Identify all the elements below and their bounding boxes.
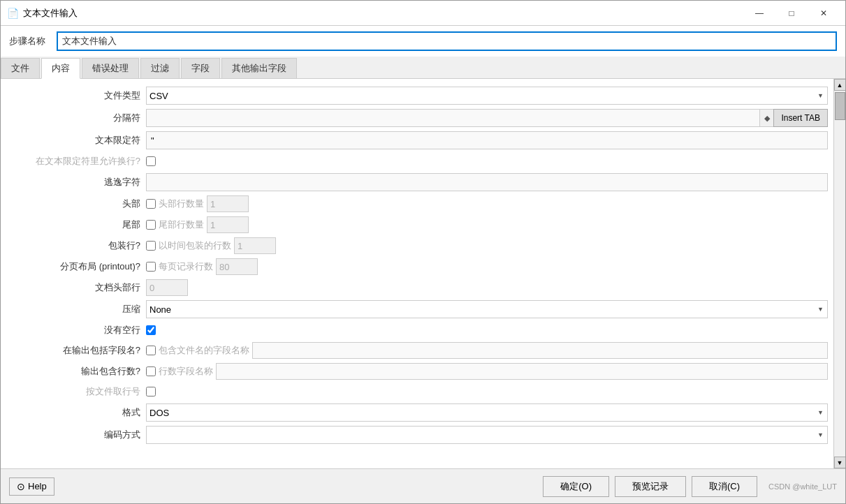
wrap-rows-row: 包装行? 以时间包装的行数 [1,235,833,256]
text-qualifier-input[interactable] [146,131,828,149]
wrap-rows-sublabel: 以时间包装的行数 [159,239,231,252]
include-rownum-checkbox[interactable] [146,366,156,376]
help-button[interactable]: ⊙ Help [9,477,54,496]
insert-tab-button[interactable]: Insert TAB [773,109,828,127]
file-type-row: 文件类型 CSV Fixed Custom [1,84,833,107]
form-panel: 文件类型 CSV Fixed Custom 分隔符 [1,79,833,468]
separator-diamond-icon: ◆ [759,109,773,127]
separator-label: 分隔符 [6,112,146,124]
include-rownum-row: 输出包含行数? 行数字段名称 [1,361,833,382]
tab-content[interactable]: 内容 [41,58,80,79]
footer-row: 尾部 尾部行数量 [1,214,833,235]
doc-header-control [146,279,828,296]
compression-select[interactable]: None GZip Zip [146,300,828,318]
include-rownum-input[interactable] [216,363,828,380]
encoding-select[interactable]: UTF-8 UTF-16 GBK [146,426,828,444]
footer-count-input[interactable] [207,216,249,233]
include-rownum-sublabel: 行数字段名称 [159,365,213,378]
text-qualifier-row: 文本限定符 [1,129,833,151]
tab-file[interactable]: 文件 [1,58,40,78]
header-row: 头部 头部行数量 [1,193,833,214]
help-circle-icon: ⊙ [17,481,25,492]
close-button[interactable]: ✕ [808,3,840,23]
doc-header-row: 文档头部行 [1,277,833,298]
separator-row: 分隔符 ◆ Insert TAB [1,107,833,129]
format-row: 格式 DOS Unix Mixed CR/LF [1,401,833,424]
include-fieldname-sublabel: 包含文件名的字段名称 [159,344,249,357]
scroll-up-button[interactable]: ▲ [834,79,846,91]
footer-checkbox[interactable] [146,220,156,230]
scroll-thumb[interactable] [835,92,845,120]
file-type-select[interactable]: CSV Fixed Custom [146,87,828,105]
file-type-control: CSV Fixed Custom [146,87,828,105]
pagination-sublabel: 每页记录行数 [159,260,213,273]
pagination-row: 分页布局 (printout)? 每页记录行数 [1,256,833,277]
help-label: Help [28,481,47,491]
header-control: 头部行数量 [146,195,828,212]
include-fieldname-input[interactable] [252,342,828,359]
tabs-bar: 文件 内容 错误处理 过滤 字段 其他输出字段 [1,57,845,79]
format-control: DOS Unix Mixed CR/LF [146,403,828,422]
tab-fields[interactable]: 字段 [181,58,220,78]
escape-char-control [146,173,828,191]
row-num-by-file-checkbox[interactable] [146,387,156,396]
allow-newline-label: 在文本限定符里允许换行? [6,155,146,168]
tab-filter[interactable]: 过滤 [140,58,180,78]
row-num-by-file-label: 按文件取行号 [6,385,146,398]
tab-error-handling[interactable]: 错误处理 [82,58,139,78]
step-name-label: 步骤名称 [9,35,51,47]
allow-newline-checkbox[interactable] [146,156,156,166]
row-num-by-file-row: 按文件取行号 [1,382,833,401]
scroll-thumb-area [834,91,845,457]
pagination-control: 每页记录行数 [146,258,828,275]
header-count-input[interactable] [207,195,249,212]
bottom-bar: ⊙ Help 确定(O) 预览记录 取消(C) CSDN @white_LUT [1,468,845,503]
footer-label: 尾部 [6,218,146,231]
preview-button[interactable]: 预览记录 [615,476,686,497]
include-fieldname-row: 在输出包括字段名? 包含文件名的字段名称 [1,340,833,361]
no-empty-rows-row: 没有空行 [1,320,833,340]
escape-char-label: 逃逸字符 [6,176,146,188]
file-type-label: 文件类型 [6,89,146,102]
text-qualifier-control [146,131,828,149]
header-sublabel: 头部行数量 [159,198,204,210]
include-fieldname-control: 包含文件名的字段名称 [146,342,828,359]
cancel-button[interactable]: 取消(C) [692,476,757,497]
scrollbar: ▲ ▼ [833,79,845,468]
doc-header-input[interactable] [146,279,188,296]
header-checkbox[interactable] [146,199,156,209]
format-select[interactable]: DOS Unix Mixed CR/LF [146,403,828,422]
title-bar: 📄 文本文件输入 — □ ✕ [1,1,845,26]
pagination-checkbox[interactable] [146,262,156,272]
escape-char-row: 逃逸字符 [1,171,833,193]
no-empty-rows-checkbox[interactable] [146,325,156,335]
separator-control: ◆ Insert TAB [146,109,828,127]
include-fieldname-checkbox[interactable] [146,346,156,355]
confirm-button[interactable]: 确定(O) [543,476,609,497]
pagination-count-input[interactable] [216,258,258,275]
allow-newline-row: 在文本限定符里允许换行? [1,151,833,171]
wrap-rows-checkbox[interactable] [146,241,156,251]
tab-other-output[interactable]: 其他输出字段 [221,58,297,78]
maximize-button[interactable]: □ [775,3,808,23]
footer-control: 尾部行数量 [146,216,828,233]
format-select-wrapper: DOS Unix Mixed CR/LF [146,403,828,422]
bottom-buttons: 确定(O) 预览记录 取消(C) [543,476,757,497]
include-rownum-label: 输出包含行数? [6,365,146,378]
wrap-rows-count-input[interactable] [234,237,276,254]
minimize-button[interactable]: — [743,3,775,23]
scroll-down-button[interactable]: ▼ [834,457,846,468]
include-fieldname-label: 在输出包括字段名? [6,344,146,357]
encoding-select-wrapper: UTF-8 UTF-16 GBK [146,426,828,444]
step-name-input[interactable] [57,31,837,51]
main-window: 📄 文本文件输入 — □ ✕ 步骤名称 文件 内容 错误处理 过滤 字段 其他输… [0,0,846,504]
watermark-text: CSDN @white_LUT [768,482,837,491]
text-qualifier-label: 文本限定符 [6,134,146,147]
encoding-label: 编码方式 [6,429,146,441]
no-empty-rows-control [146,325,828,335]
separator-input[interactable] [146,109,759,127]
compression-control: None GZip Zip [146,300,828,318]
escape-char-input[interactable] [146,173,828,191]
row-num-by-file-control [146,387,828,396]
step-name-row: 步骤名称 [1,26,845,57]
